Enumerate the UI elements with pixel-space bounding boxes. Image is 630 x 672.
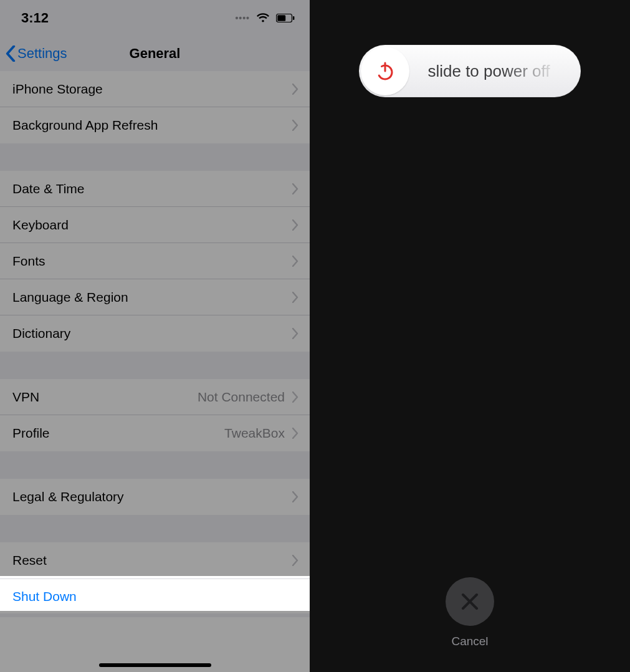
cancel-button[interactable] (446, 577, 494, 626)
cell-vpn[interactable]: VPN Not Connected (0, 379, 310, 415)
group-datetime: Date & Time Keyboard Fonts Language & Re… (0, 171, 310, 352)
chevron-right-icon (292, 491, 298, 502)
settings-general-screen: 3:12 •••• Settings General (0, 0, 310, 672)
cell-iphone-storage[interactable]: iPhone Storage (0, 71, 310, 107)
cancel-label: Cancel (446, 635, 494, 648)
chevron-right-icon (292, 428, 298, 439)
status-indicators: •••• (235, 13, 295, 23)
status-time: 3:12 (21, 10, 49, 26)
shut-down-button[interactable]: Shut Down (0, 578, 310, 613)
nav-bar: Settings General (0, 36, 310, 71)
power-off-screen: slide to power off Cancel (310, 0, 630, 672)
cell-label: VPN (12, 390, 39, 405)
cell-label: Reset (12, 553, 47, 568)
group-reset: Reset Shut Down (0, 542, 310, 613)
cell-background-app-refresh[interactable]: Background App Refresh (0, 107, 310, 143)
group-storage: iPhone Storage Background App Refresh (0, 71, 310, 143)
cell-label: Legal & Regulatory (12, 489, 124, 504)
slider-knob[interactable] (361, 47, 409, 95)
wifi-icon (256, 13, 270, 23)
chevron-right-icon (292, 292, 298, 303)
cell-label: iPhone Storage (12, 82, 103, 97)
cell-profile[interactable]: Profile TweakBox (0, 415, 310, 451)
cell-date-time[interactable]: Date & Time (0, 171, 310, 207)
chevron-right-icon (292, 84, 298, 95)
cell-label: Date & Time (12, 181, 85, 196)
cell-label: Keyboard (12, 218, 69, 233)
cell-dictionary[interactable]: Dictionary (0, 315, 310, 352)
close-icon (461, 592, 479, 611)
shut-down-label: Shut Down (12, 589, 77, 604)
group-vpn: VPN Not Connected Profile TweakBox (0, 379, 310, 451)
svg-rect-1 (277, 15, 285, 21)
home-indicator[interactable] (99, 663, 211, 667)
chevron-left-icon (5, 46, 16, 62)
status-bar: 3:12 •••• (0, 0, 310, 36)
chevron-right-icon (292, 219, 298, 231)
power-off-slider[interactable]: slide to power off (359, 45, 581, 97)
battery-icon (276, 14, 295, 22)
cell-detail: Not Connected (198, 390, 285, 405)
cell-fonts[interactable]: Fonts (0, 243, 310, 279)
power-icon (374, 60, 396, 82)
chevron-right-icon (292, 183, 298, 194)
cell-legal-regulatory[interactable]: Legal & Regulatory (0, 479, 310, 515)
cell-detail: TweakBox (224, 426, 285, 441)
svg-rect-2 (293, 16, 294, 20)
chevron-right-icon (292, 555, 298, 566)
slide-text: slide to power off (409, 62, 581, 81)
cell-label: Background App Refresh (12, 118, 158, 133)
cell-reset[interactable]: Reset (0, 542, 310, 578)
cellular-dots-icon: •••• (235, 13, 250, 23)
chevron-right-icon (292, 391, 298, 403)
cell-label: Language & Region (12, 290, 128, 305)
chevron-right-icon (292, 328, 298, 339)
chevron-right-icon (292, 120, 298, 131)
group-legal: Legal & Regulatory (0, 479, 310, 515)
back-button[interactable]: Settings (5, 46, 67, 62)
cell-language-region[interactable]: Language & Region (0, 279, 310, 315)
cell-label: Fonts (12, 254, 45, 269)
cell-keyboard[interactable]: Keyboard (0, 207, 310, 243)
chevron-right-icon (292, 256, 298, 267)
cell-label: Profile (12, 426, 50, 441)
back-label: Settings (17, 46, 67, 62)
cell-label: Dictionary (12, 326, 70, 341)
